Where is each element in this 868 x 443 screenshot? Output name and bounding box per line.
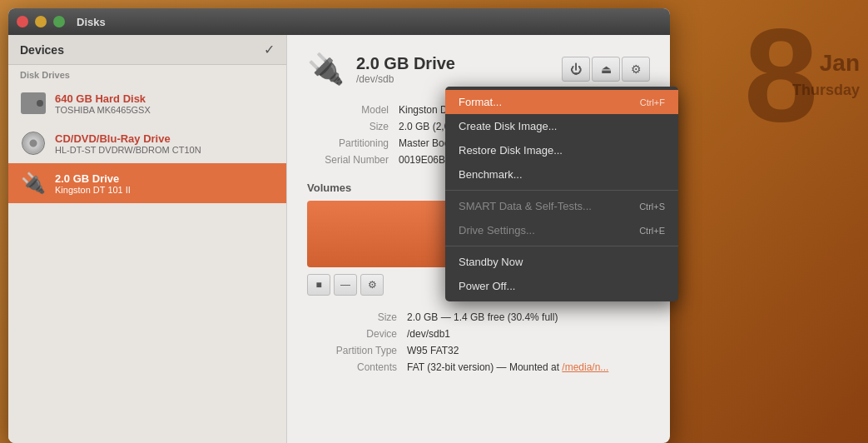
disks-window: Disks Devices ✓ Disk Drives 640 GB Hard … — [8, 8, 670, 443]
device-item-cd[interactable]: CD/DVD/Blu-Ray Drive HL-DT-ST DVDRW/BDRO… — [8, 123, 286, 163]
menu-item-standby[interactable]: Standby Now — [445, 250, 678, 274]
sidebar-header: Devices ✓ — [8, 35, 286, 65]
vol-device-value: /dev/sdb1 — [407, 328, 450, 340]
eject-button[interactable]: ⏏ — [592, 57, 620, 82]
vol-size-row: Size 2.0 GB — 1.4 GB free (30.4% full) — [307, 309, 650, 326]
vol-contents-label: Contents — [307, 361, 407, 373]
window-content: Devices ✓ Disk Drives 640 GB Hard Disk T… — [8, 35, 670, 443]
device-info-cd: CD/DVD/Blu-Ray Drive HL-DT-ST DVDRW/BDRO… — [55, 132, 275, 155]
hdd-icon — [20, 90, 47, 117]
menu-separator — [445, 190, 678, 191]
vol-contents-value: FAT (32-bit version) — Mounted at /media… — [407, 361, 608, 373]
cd-icon — [20, 130, 47, 157]
model-label: Model — [307, 104, 399, 116]
menu-item-smart: SMART Data & Self-Tests...Ctrl+S — [445, 194, 678, 218]
menu-item-benchmark[interactable]: Benchmark... — [445, 162, 678, 187]
vol-partition-type-value: W95 FAT32 — [407, 345, 459, 356]
sidebar-title: Devices — [20, 43, 64, 57]
main-panel: 🔌 2.0 GB Drive /dev/sdb ⏻ ⏏ ⚙ Model King… — [287, 35, 670, 443]
drive-usb-icon: 🔌 — [307, 52, 345, 87]
menu-item-label-format: Format... — [459, 96, 502, 108]
device-info-usb: 2.0 GB Drive Kingston DT 101 II — [55, 172, 275, 195]
desktop-dayname: Thursday — [792, 82, 860, 99]
drive-title-area: 2.0 GB Drive /dev/sdb — [356, 54, 550, 85]
device-name-usb: 2.0 GB Drive — [55, 172, 275, 185]
sidebar-check-icon: ✓ — [264, 42, 275, 57]
menu-shortcut-smart: Ctrl+S — [639, 202, 665, 212]
vol-device-label: Device — [307, 328, 407, 340]
desktop-number: 8 — [744, 8, 818, 142]
menu-item-label-restore-disk-image: Restore Disk Image... — [459, 144, 563, 157]
sidebar-section: Disk Drives — [8, 65, 286, 83]
vol-size-label: Size — [307, 311, 407, 323]
device-name-hdd: 640 GB Hard Disk — [55, 92, 275, 105]
size-label: Size — [307, 121, 399, 132]
vol-contents-row: Contents FAT (32-bit version) — Mounted … — [307, 359, 650, 376]
serial-label: Serial Number — [307, 154, 399, 166]
context-menu: Format...Ctrl+FCreate Disk Image...Resto… — [445, 87, 678, 301]
vol-device-row: Device /dev/sdb1 — [307, 326, 650, 342]
device-sub-hdd: TOSHIBA MK6465GSX — [55, 105, 275, 115]
device-sub-usb: Kingston DT 101 II — [55, 185, 275, 195]
contents-link[interactable]: /media/n... — [562, 361, 608, 373]
close-button[interactable] — [17, 16, 28, 27]
partitioning-label: Partitioning — [307, 137, 399, 149]
usb-icon: 🔌 — [20, 170, 47, 197]
menu-item-drive-settings: Drive Settings...Ctrl+E — [445, 218, 678, 242]
menu-item-restore-disk-image[interactable]: Restore Disk Image... — [445, 138, 678, 162]
menu-item-label-smart: SMART Data & Self-Tests... — [459, 200, 592, 212]
drive-title: 2.0 GB Drive — [356, 54, 550, 73]
vol-partition-type-row: Partition Type W95 FAT32 — [307, 342, 650, 359]
titlebar: Disks — [8, 8, 670, 35]
menu-item-label-drive-settings: Drive Settings... — [459, 224, 535, 236]
stop-partition-button[interactable]: ■ — [307, 274, 330, 296]
minimize-button[interactable] — [35, 16, 47, 27]
device-name-cd: CD/DVD/Blu-Ray Drive — [55, 132, 275, 145]
vol-partition-type-label: Partition Type — [307, 345, 407, 356]
volume-info-table: Size 2.0 GB — 1.4 GB free (30.4% full) D… — [307, 309, 650, 376]
drive-header: 🔌 2.0 GB Drive /dev/sdb ⏻ ⏏ ⚙ — [307, 52, 650, 87]
menu-item-label-create-disk-image: Create Disk Image... — [459, 120, 558, 132]
device-item-hdd[interactable]: 640 GB Hard Disk TOSHIBA MK6465GSX — [8, 83, 286, 123]
remove-partition-button[interactable]: — — [334, 274, 357, 296]
power-button[interactable]: ⏻ — [562, 57, 590, 82]
device-sub-cd: HL-DT-ST DVDRW/BDROM CT10N — [55, 145, 275, 155]
menu-item-label-power-off: Power Off... — [459, 280, 515, 292]
drive-actions: ⏻ ⏏ ⚙ — [562, 57, 650, 82]
menu-item-label-standby: Standby Now — [459, 256, 523, 268]
desktop-month: Jan — [820, 50, 860, 77]
menu-item-label-benchmark: Benchmark... — [459, 168, 523, 181]
menu-item-create-disk-image[interactable]: Create Disk Image... — [445, 114, 678, 138]
menu-shortcut-format: Ctrl+F — [640, 97, 665, 107]
vol-size-value: 2.0 GB — 1.4 GB free (30.4% full) — [407, 311, 558, 323]
gear-button[interactable]: ⚙ — [622, 57, 650, 82]
window-title: Disks — [77, 16, 106, 28]
device-item-usb[interactable]: 🔌 2.0 GB Drive Kingston DT 101 II — [8, 163, 286, 203]
maximize-button[interactable] — [53, 16, 65, 27]
menu-item-format[interactable]: Format...Ctrl+F — [445, 90, 678, 114]
partition-gear-button[interactable]: ⚙ — [360, 274, 384, 296]
sidebar: Devices ✓ Disk Drives 640 GB Hard Disk T… — [8, 35, 287, 443]
menu-item-power-off[interactable]: Power Off... — [445, 274, 678, 298]
drive-subtitle: /dev/sdb — [356, 73, 550, 85]
device-info-hdd: 640 GB Hard Disk TOSHIBA MK6465GSX — [55, 92, 275, 115]
menu-shortcut-drive-settings: Ctrl+E — [639, 226, 665, 236]
menu-separator — [445, 246, 678, 246]
